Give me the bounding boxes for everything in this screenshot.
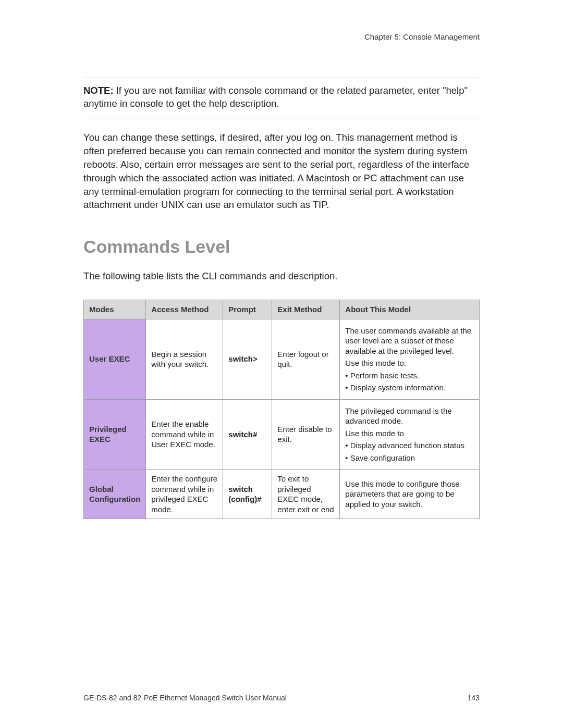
- cell-access: Begin a session with your switch.: [146, 319, 223, 399]
- cell-exit: To exit to privileged EXEC mode, enter e…: [272, 470, 340, 519]
- about-text: Use this mode to configure those paramet…: [345, 479, 474, 510]
- document-page: Chapter 5: Console Management NOTE: If y…: [0, 0, 563, 728]
- cli-commands-table: Modes Access Method Prompt Exit Method A…: [83, 300, 480, 519]
- page-footer: GE-DS-82 and 82-PoE Ethernet Managed Swi…: [83, 694, 480, 702]
- cell-prompt: switch>: [223, 319, 272, 399]
- col-about: About This Model: [340, 300, 480, 319]
- cell-prompt: switch (config)#: [223, 470, 272, 519]
- cell-about: Use this mode to configure those paramet…: [340, 470, 480, 519]
- cell-about: The user commands available at the user …: [340, 319, 480, 399]
- cell-prompt: switch#: [223, 399, 272, 470]
- cell-exit: Enter disable to exit.: [272, 399, 340, 470]
- about-bullet: • Perform basic tests.: [345, 371, 474, 381]
- cell-mode: Global Configuration: [84, 470, 146, 519]
- col-prompt: Prompt: [223, 300, 272, 319]
- note-label: NOTE:: [83, 85, 114, 96]
- col-exit: Exit Method: [272, 300, 340, 319]
- about-text: Use this mode to: [345, 428, 474, 439]
- chapter-header: Chapter 5: Console Management: [83, 32, 480, 41]
- cell-mode: Privileged EXEC: [84, 399, 146, 470]
- table-intro: The following table lists the CLI comman…: [83, 269, 480, 283]
- about-text: Use this mode to:: [345, 358, 474, 368]
- table-row: Privileged EXEC Enter the enable command…: [84, 399, 480, 470]
- cell-about: The privileged command is the advanced m…: [340, 399, 480, 470]
- note-box: NOTE: If you are not familiar with conso…: [83, 78, 480, 118]
- col-modes: Modes: [84, 300, 146, 319]
- table-header-row: Modes Access Method Prompt Exit Method A…: [84, 300, 480, 319]
- about-text: The user commands available at the user …: [345, 326, 474, 356]
- cell-mode: User EXEC: [84, 319, 146, 399]
- col-access: Access Method: [146, 300, 223, 319]
- table-row: User EXEC Begin a session with your swit…: [84, 319, 480, 399]
- cell-exit: Enter logout or quit.: [272, 319, 340, 399]
- cell-access: Enter the configure command while in pri…: [146, 470, 223, 519]
- about-bullet: • Display system information.: [345, 382, 474, 393]
- section-heading: Commands Level: [83, 237, 480, 257]
- about-text: The privileged command is the advanced m…: [345, 406, 474, 426]
- table-row: Global Configuration Enter the configure…: [84, 470, 480, 519]
- page-number: 143: [468, 694, 480, 702]
- note-text: If you are not familiar with console com…: [83, 85, 468, 109]
- cell-access: Enter the enable command while in User E…: [146, 399, 223, 470]
- about-bullet: • Display advanced function status: [345, 440, 474, 451]
- intro-paragraph: You can change these settings, if desire…: [83, 131, 480, 212]
- footer-title: GE-DS-82 and 82-PoE Ethernet Managed Swi…: [83, 694, 287, 702]
- about-bullet: • Save configuration: [345, 453, 474, 463]
